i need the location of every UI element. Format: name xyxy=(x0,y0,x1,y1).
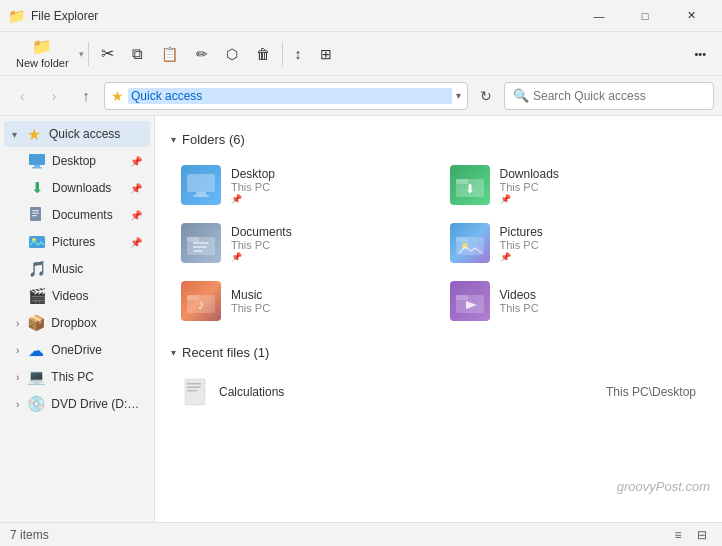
share-button[interactable]: ⬡ xyxy=(218,36,246,72)
minimize-button[interactable]: — xyxy=(576,0,622,32)
sidebar-item-quick-access[interactable]: ▾ ★ Quick access xyxy=(4,121,150,147)
svg-rect-27 xyxy=(456,295,468,300)
detail-view-button[interactable]: ⊟ xyxy=(692,525,712,545)
copy-button[interactable]: ⧉ xyxy=(124,36,151,72)
folder-downloads-path: This PC xyxy=(500,181,559,193)
folder-item-videos[interactable]: Videos This PC xyxy=(440,273,707,329)
svg-rect-1 xyxy=(34,165,40,167)
folders-section-title[interactable]: ▾ Folders (6) xyxy=(171,132,706,147)
main-layout: ▾ ★ Quick access Desktop 📌 ⬇ Downloads 📌… xyxy=(0,116,722,522)
search-box[interactable]: 🔍 xyxy=(504,82,714,110)
this-pc-expand-icon: › xyxy=(16,372,19,383)
address-star-icon: ★ xyxy=(111,88,124,104)
sidebar-item-downloads[interactable]: ⬇ Downloads 📌 xyxy=(4,175,150,201)
folder-downloads-name: Downloads xyxy=(500,167,559,181)
new-folder-button[interactable]: 📁 New folder xyxy=(8,36,77,72)
sidebar-item-desktop[interactable]: Desktop 📌 xyxy=(4,148,150,174)
sidebar-quick-access-label: Quick access xyxy=(49,127,142,141)
cut-icon: ✂ xyxy=(101,46,114,62)
svg-rect-19 xyxy=(193,250,203,252)
dvd-expand-icon: › xyxy=(16,399,19,410)
forward-button[interactable]: › xyxy=(40,82,68,110)
svg-rect-9 xyxy=(187,174,215,192)
refresh-button[interactable]: ↻ xyxy=(472,82,500,110)
folder-downloads-pin: 📌 xyxy=(500,194,559,204)
folder-item-documents[interactable]: Documents This PC 📌 xyxy=(171,215,438,271)
rename-button[interactable]: ✏ xyxy=(188,36,216,72)
new-folder-label: New folder xyxy=(16,57,69,69)
view-button[interactable]: ⊞ xyxy=(312,36,340,72)
delete-button[interactable]: 🗑 xyxy=(248,36,278,72)
more-options-button[interactable]: ••• xyxy=(686,36,714,72)
folder-item-downloads[interactable]: ⬇ Downloads This PC 📌 xyxy=(440,157,707,213)
pictures-icon xyxy=(28,233,46,251)
onedrive-expand-icon: › xyxy=(16,345,19,356)
search-input[interactable] xyxy=(533,89,705,103)
file-icon-calculations xyxy=(181,376,209,408)
back-button[interactable]: ‹ xyxy=(8,82,36,110)
address-bar[interactable]: ★ ▾ xyxy=(104,82,468,110)
sidebar-pictures-label: Pictures xyxy=(52,235,124,249)
folder-item-pictures[interactable]: Pictures This PC 📌 xyxy=(440,215,707,271)
folder-item-desktop[interactable]: Desktop This PC 📌 xyxy=(171,157,438,213)
folder-pictures-info: Pictures This PC 📌 xyxy=(500,225,543,262)
this-pc-icon: 💻 xyxy=(27,368,45,386)
recent-calculations-name: Calculations xyxy=(219,385,596,399)
title-bar-left: 📁 File Explorer xyxy=(8,8,98,24)
sidebar: ▾ ★ Quick access Desktop 📌 ⬇ Downloads 📌… xyxy=(0,116,155,522)
address-input[interactable] xyxy=(128,88,452,104)
svg-text:♪: ♪ xyxy=(198,297,205,312)
sidebar-dropbox-label: Dropbox xyxy=(51,316,142,330)
sidebar-documents-label: Documents xyxy=(52,208,124,222)
dvd-icon: 💿 xyxy=(27,395,45,413)
sidebar-item-this-pc[interactable]: › 💻 This PC xyxy=(4,364,150,390)
paste-button[interactable]: 📋 xyxy=(153,36,186,72)
quick-access-star-icon: ★ xyxy=(25,125,43,143)
recent-item-calculations[interactable]: Calculations This PC\Desktop xyxy=(171,370,706,414)
watermark: groovyPost.com xyxy=(617,479,710,494)
sidebar-this-pc-label: This PC xyxy=(51,370,142,384)
title-bar-controls: — □ ✕ xyxy=(576,0,714,32)
sidebar-item-pictures[interactable]: Pictures 📌 xyxy=(4,229,150,255)
sidebar-item-music[interactable]: 🎵 Music xyxy=(4,256,150,282)
maximize-button[interactable]: □ xyxy=(622,0,668,32)
videos-icon: 🎬 xyxy=(28,287,46,305)
up-button[interactable]: ↑ xyxy=(72,82,100,110)
folder-item-music[interactable]: ♪ Music This PC xyxy=(171,273,438,329)
app-icon: 📁 xyxy=(8,8,25,24)
svg-rect-18 xyxy=(193,246,207,248)
dropbox-icon: 📦 xyxy=(27,314,45,332)
new-folder-arrow[interactable]: ▾ xyxy=(79,49,84,59)
folder-desktop-icon xyxy=(181,165,221,205)
close-button[interactable]: ✕ xyxy=(668,0,714,32)
address-dropdown-icon[interactable]: ▾ xyxy=(456,90,461,101)
svg-rect-16 xyxy=(187,237,199,242)
sidebar-desktop-label: Desktop xyxy=(52,154,124,168)
sidebar-item-documents[interactable]: Documents 📌 xyxy=(4,202,150,228)
view-icon: ⊞ xyxy=(320,47,332,61)
recent-section-title[interactable]: ▾ Recent files (1) xyxy=(171,345,706,360)
svg-rect-7 xyxy=(29,236,45,248)
sidebar-item-onedrive[interactable]: › ☁ OneDrive xyxy=(4,337,150,363)
folder-videos-path: This PC xyxy=(500,302,539,314)
sidebar-item-dvd-drive[interactable]: › 💿 DVD Drive (D:) C... xyxy=(4,391,150,417)
list-view-button[interactable]: ≡ xyxy=(668,525,688,545)
separator-2 xyxy=(282,42,283,66)
folder-desktop-info: Desktop This PC 📌 xyxy=(231,167,275,204)
folder-downloads-icon: ⬇ xyxy=(450,165,490,205)
sidebar-item-dropbox[interactable]: › 📦 Dropbox xyxy=(4,310,150,336)
sidebar-music-label: Music xyxy=(52,262,142,276)
sidebar-videos-label: Videos xyxy=(52,289,142,303)
svg-rect-6 xyxy=(32,215,37,216)
folder-documents-pin: 📌 xyxy=(231,252,292,262)
svg-rect-17 xyxy=(193,242,209,244)
documents-icon xyxy=(28,206,46,224)
desktop-icon xyxy=(28,152,46,170)
sort-button[interactable]: ↕ xyxy=(287,36,310,72)
sidebar-item-videos[interactable]: 🎬 Videos xyxy=(4,283,150,309)
status-bar: 7 items ≡ ⊟ xyxy=(0,522,722,546)
recent-section-label: Recent files (1) xyxy=(182,345,269,360)
cut-button[interactable]: ✂ xyxy=(93,36,122,72)
folder-videos-info: Videos This PC xyxy=(500,288,539,314)
content-area: ▾ Folders (6) Desktop This PC 📌 ⬇ xyxy=(155,116,722,522)
